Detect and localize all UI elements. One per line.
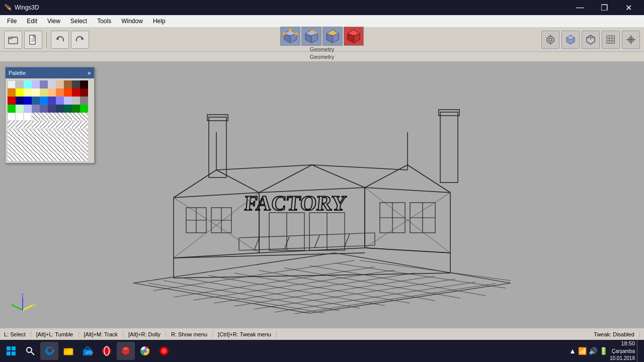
pattern-cross37[interactable] <box>56 153 64 161</box>
pattern-cross7[interactable] <box>56 129 64 137</box>
pattern-diag2-8[interactable] <box>64 121 72 129</box>
menu-select[interactable]: Select <box>65 17 92 26</box>
viewport-3d[interactable]: FACTORY <box>0 62 644 328</box>
pattern-cross26[interactable] <box>48 145 56 153</box>
pattern-cross11[interactable] <box>8 137 16 145</box>
color-slategray[interactable] <box>40 105 48 113</box>
edge-mode-button[interactable] <box>301 27 321 46</box>
face-mode-button[interactable] <box>323 27 343 46</box>
color-redorange[interactable] <box>64 88 72 97</box>
menu-edit[interactable]: Edit <box>22 17 42 26</box>
search-button[interactable] <box>21 342 39 360</box>
pattern-cross19[interactable] <box>72 137 80 145</box>
main-viewport[interactable]: FACTORY <box>0 62 644 328</box>
pattern-cross9[interactable] <box>72 129 80 137</box>
pattern-cross28[interactable] <box>64 145 72 153</box>
color-brightgreen[interactable] <box>80 105 88 113</box>
pattern-diag2-9[interactable] <box>72 121 80 129</box>
aim-button[interactable] <box>622 31 640 49</box>
battery-icon[interactable]: 🔋 <box>599 347 608 355</box>
menu-tools[interactable]: Tools <box>92 17 116 26</box>
undo-button[interactable] <box>51 31 69 49</box>
pattern-cross3[interactable] <box>24 129 32 137</box>
pattern-cross40[interactable] <box>80 153 88 161</box>
pattern-diag2-5[interactable] <box>40 121 48 129</box>
pattern-diag2-2[interactable] <box>16 121 24 129</box>
pattern-cross1[interactable] <box>8 129 16 137</box>
systray-expand-button[interactable]: ▲ <box>569 347 576 355</box>
pattern-diag2-4[interactable] <box>32 121 40 129</box>
pattern-cross20[interactable] <box>80 137 88 145</box>
body-mode-button[interactable] <box>344 27 364 46</box>
pattern-diag2-7[interactable] <box>56 121 64 129</box>
opera-button[interactable] <box>98 342 116 360</box>
pattern-cross25[interactable] <box>40 145 48 153</box>
color-lightgray[interactable] <box>16 80 24 88</box>
color-brown[interactable] <box>64 80 72 88</box>
pattern-diag2-10[interactable] <box>80 121 88 129</box>
menu-help[interactable]: Help <box>148 17 171 26</box>
vertex-mode-button[interactable] <box>280 27 300 46</box>
pattern-cross6[interactable] <box>48 129 56 137</box>
color-white3[interactable] <box>16 113 24 121</box>
close-button[interactable]: ✕ <box>617 0 640 15</box>
wings3d-taskbar-button[interactable] <box>117 342 135 360</box>
pattern-cross34[interactable] <box>32 153 40 161</box>
color-lightyellow[interactable] <box>24 88 32 97</box>
pattern-cross22[interactable] <box>16 145 24 153</box>
menu-view[interactable]: View <box>42 17 65 26</box>
start-button[interactable] <box>2 342 20 360</box>
pattern-diag1[interactable] <box>32 113 40 121</box>
color-gray[interactable] <box>80 97 88 105</box>
color-darkorange[interactable] <box>56 88 64 97</box>
color-lightblue[interactable] <box>32 80 40 88</box>
open-button[interactable] <box>4 31 22 49</box>
pattern-diag6[interactable] <box>72 113 80 121</box>
color-darkgray[interactable] <box>72 80 80 88</box>
color-khaki[interactable] <box>40 88 48 97</box>
pattern-cross24[interactable] <box>32 145 40 153</box>
palette-close-button[interactable]: × <box>87 70 91 76</box>
redo-button[interactable] <box>71 31 89 49</box>
pattern-diag4[interactable] <box>56 113 64 121</box>
color-red3[interactable] <box>8 97 16 105</box>
color-lightperiwinkle[interactable] <box>64 97 72 105</box>
pattern-cross32[interactable] <box>16 153 24 161</box>
view-wire-button[interactable] <box>582 31 600 49</box>
color-teal[interactable] <box>56 105 64 113</box>
system-clock[interactable]: 18:50 Çarşamba 10.01.2018 <box>610 340 635 361</box>
pattern-diag2-1[interactable] <box>8 121 16 129</box>
color-tan[interactable] <box>56 80 64 88</box>
color-darkred[interactable] <box>80 80 88 88</box>
color-peach[interactable] <box>48 88 56 97</box>
color-green[interactable] <box>8 105 16 113</box>
view-grid-button[interactable] <box>602 31 620 49</box>
new-button[interactable] <box>24 31 42 49</box>
pattern-cross16[interactable] <box>48 137 56 145</box>
pattern-cross36[interactable] <box>48 153 56 161</box>
color-paleyellow[interactable] <box>32 88 40 97</box>
color-lightgreen[interactable] <box>16 105 24 113</box>
pattern-cross23[interactable] <box>24 145 32 153</box>
color-white[interactable] <box>8 80 16 88</box>
pattern-cross27[interactable] <box>56 145 64 153</box>
pattern-cross38[interactable] <box>64 153 72 161</box>
color-yellow[interactable] <box>16 88 24 97</box>
pattern-cross12[interactable] <box>16 137 24 145</box>
pattern-diag2[interactable] <box>40 113 48 121</box>
record-button[interactable] <box>155 342 173 360</box>
maximize-button[interactable]: ❐ <box>593 0 616 15</box>
view-solid-button[interactable] <box>561 31 580 49</box>
pattern-cross8[interactable] <box>64 129 72 137</box>
color-bluelavender[interactable] <box>24 105 32 113</box>
color-silver[interactable] <box>72 97 80 105</box>
pattern-cross33[interactable] <box>24 153 32 161</box>
color-blue[interactable] <box>40 97 48 105</box>
color-darkslate[interactable] <box>48 105 56 113</box>
menu-window[interactable]: Window <box>116 17 148 26</box>
chrome-button[interactable] <box>136 342 154 360</box>
edge-browser-button[interactable] <box>40 342 58 360</box>
color-navy2[interactable] <box>24 97 32 105</box>
pattern-diag7[interactable] <box>80 113 88 121</box>
color-steelblue[interactable] <box>32 97 40 105</box>
